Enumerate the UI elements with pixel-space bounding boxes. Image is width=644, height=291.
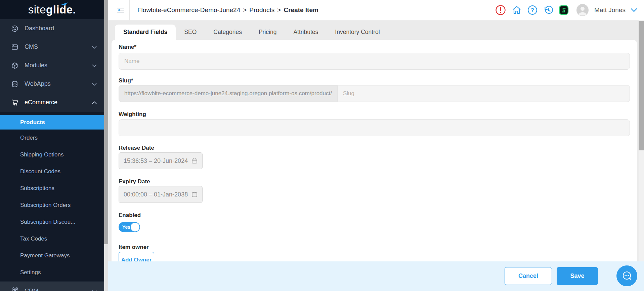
sidebar-item-cms[interactable]: CMS [0,38,104,56]
calendar-icon [191,158,198,164]
ecommerce-cart-icon [11,99,19,107]
chevron-down-icon [92,81,97,87]
sidebar-item-dashboard[interactable]: Dashboard [0,19,104,38]
submenu-item-subscription-discounts[interactable]: Subscription Discou... [0,214,104,230]
submenu-item-label: Settings [20,269,41,276]
submenu-item-settings[interactable]: Settings [0,264,104,281]
enabled-toggle[interactable]: Yes [119,222,140,232]
chat-bubble-icon [620,269,634,283]
tab-standard-fields[interactable]: Standard Fields [115,25,176,40]
dashboard-icon [11,25,19,33]
alert-button[interactable] [495,4,506,16]
submenu-item-orders[interactable]: Orders [0,130,104,146]
weighting-input[interactable] [119,119,630,136]
sidebar-collapse-button[interactable] [115,5,126,15]
breadcrumb-separator: > [277,6,281,14]
avatar-person-icon [576,4,589,16]
sidebar-scrollbar-track[interactable] [104,0,108,291]
submenu-item-label: Discount Codes [20,168,60,175]
page-scrollbar-track[interactable] [639,20,644,261]
release-date-label: Release Date [119,145,630,151]
submenu-item-products[interactable]: Products [0,115,104,130]
sidebar-item-label: WebApps [25,80,51,87]
submenu-item-label: Orders [20,135,38,141]
webapps-icon [11,80,19,88]
item-owner-label: Item owner [119,244,630,251]
submenu-item-payment-gateways[interactable]: Payment Gateways [0,247,104,264]
cms-icon [11,43,19,51]
app-root: siteglide. Dashboard CMS [0,0,644,291]
topbar: Flowbite-eCommerce-Demo-June24 > Product… [108,0,644,20]
sidebar-item-crm[interactable]: CRM [0,282,104,291]
submenu-item-tax-codes[interactable]: Tax Codes [0,230,104,247]
slug-url-prefix: https://flowbite-ecommerce-demo-june24.s… [119,85,337,102]
chevron-up-icon [92,100,97,106]
expiry-date-label: Expiry Date [119,178,630,185]
tab-categories[interactable]: Categories [205,25,250,40]
slug-label: Slug* [119,77,630,84]
submenu-item-label: Payment Gateways [20,252,70,259]
tab-pricing[interactable]: Pricing [250,25,285,40]
breadcrumb-separator: > [243,6,247,14]
sidebar-nav: Dashboard CMS Modul [0,19,104,281]
sidebar: siteglide. Dashboard CMS [0,0,104,291]
siteglide-dev-button[interactable] [559,5,569,15]
crm-users-icon [11,287,19,291]
siteglide-dev-icon [559,5,569,15]
breadcrumb-site[interactable]: Flowbite-eCommerce-Demo-June24 [137,6,240,14]
sidebar-item-label: Dashboard [25,25,54,32]
home-icon [511,5,522,15]
submenu-item-discount-codes[interactable]: Discount Codes [0,163,104,180]
sidebar-item-modules[interactable]: Modules [0,56,104,75]
submenu-item-label: Shipping Options [20,151,63,158]
paper-plane-icon [61,2,68,7]
submenu-item-label: Subscription Orders [20,202,71,209]
cancel-button[interactable]: Cancel [505,267,552,285]
chevron-down-icon [92,63,97,69]
expiry-date-picker[interactable]: 00:00:00 – 01-Jan-2038 [119,186,203,203]
topbar-divider [129,0,130,20]
submenu-item-shipping-options[interactable]: Shipping Options [0,146,104,163]
add-owner-button[interactable]: Add Owner [119,252,154,261]
save-button[interactable]: Save [557,267,598,285]
modules-icon [11,62,19,70]
weighting-label: Weighting [119,111,630,118]
sidebar-item-webapps[interactable]: WebApps [0,75,104,93]
chevron-down-icon [92,44,97,50]
form-panel: Name* Slug* https://flowbite-ecommerce-d… [112,40,637,261]
submenu-item-subscriptions[interactable]: Subscriptions [0,180,104,197]
page-scrollbar-thumb[interactable] [639,21,644,150]
logo-text-light: site [28,3,46,16]
sidebar-item-ecommerce[interactable]: eCommerce [0,93,104,112]
ecommerce-submenu: Products Orders Shipping Options Discoun… [0,112,104,281]
enabled-toggle-state: Yes [122,224,130,230]
tab-seo[interactable]: SEO [176,25,205,40]
siteglide-logo[interactable]: siteglide. [0,0,104,19]
slug-input[interactable] [337,85,630,102]
sidebar-scrollbar-thumb[interactable] [104,0,108,244]
collapse-sidebar-icon [116,6,125,14]
help-button[interactable]: ? [527,5,538,15]
breadcrumb-current: Create Item [284,6,318,14]
support-chat-button[interactable] [616,265,637,286]
release-date-picker[interactable]: 15:36:53 – 20-Jun-2024 [119,152,203,169]
release-date-value: 15:36:53 – 20-Jun-2024 [124,157,188,165]
user-name[interactable]: Matt Jones [594,6,626,14]
tab-attributes[interactable]: Attributes [285,25,327,40]
submenu-item-label: Tax Codes [20,235,47,242]
submenu-item-label: Subscriptions [20,185,54,192]
sidebar-item-label: Modules [25,62,47,69]
name-input[interactable] [119,53,630,70]
svg-text:?: ? [531,7,534,13]
breadcrumb: Flowbite-eCommerce-Demo-June24 > Product… [137,0,318,20]
tab-inventory-control[interactable]: Inventory Control [327,25,388,40]
submenu-item-label: Products [20,119,45,126]
home-button[interactable] [511,5,522,15]
user-menu-button[interactable] [631,8,637,12]
tab-bar: Standard Fields SEO Categories Pricing A… [108,20,639,40]
history-button[interactable] [543,5,554,15]
submenu-item-subscription-orders[interactable]: Subscription Orders [0,197,104,214]
breadcrumb-products[interactable]: Products [249,6,274,14]
action-bar: Cancel Save [108,261,644,291]
avatar[interactable] [576,4,589,16]
